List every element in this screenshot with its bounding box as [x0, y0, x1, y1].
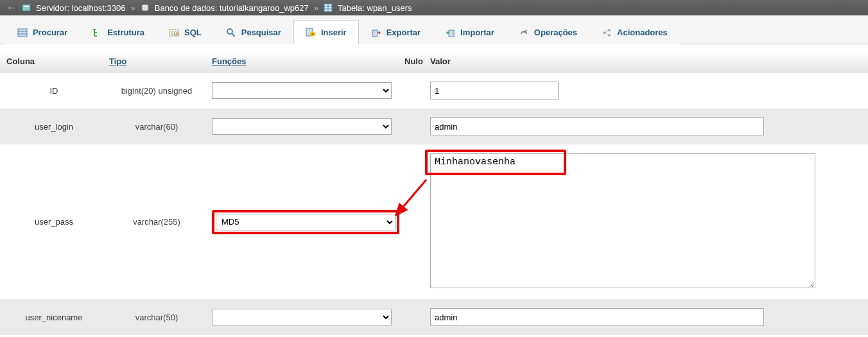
svg-rect-0 [22, 4, 30, 11]
tab-triggers[interactable]: Acionadores [589, 20, 680, 44]
header-null: Nulo [401, 55, 426, 67]
field-name: user_nicename [3, 310, 105, 325]
tab-insert[interactable]: Inserir [293, 20, 359, 44]
tab-label: Exportar [386, 28, 421, 37]
function-select-user-nicename[interactable] [212, 309, 392, 325]
tab-label: Acionadores [617, 28, 668, 37]
field-row-user-login: user_login varchar(60) [0, 108, 868, 144]
svg-point-12 [227, 29, 232, 34]
header-type[interactable]: Tipo [105, 55, 208, 67]
function-select-user-login[interactable] [212, 118, 392, 135]
breadcrumb-separator: » [131, 3, 135, 13]
tab-label: Importar [460, 28, 494, 37]
svg-rect-7 [18, 29, 27, 37]
field-name: user_pass [3, 214, 105, 229]
triggers-icon [602, 28, 612, 38]
field-type: varchar(50) [105, 310, 208, 325]
field-type: varchar(60) [105, 119, 208, 134]
breadcrumb-server[interactable]: Servidor: localhost:3306 [36, 3, 126, 13]
table-icon [324, 3, 333, 12]
database-icon [141, 3, 150, 12]
value-textarea-user-pass[interactable] [430, 153, 815, 288]
svg-line-25 [605, 33, 608, 35]
field-name: user_login [3, 119, 105, 134]
svg-rect-19 [449, 30, 454, 37]
svg-line-26 [396, 180, 426, 215]
svg-line-24 [605, 30, 608, 33]
field-name: ID [3, 83, 105, 98]
svg-point-22 [608, 29, 611, 31]
svg-line-13 [232, 33, 235, 37]
function-select-id[interactable] [212, 82, 392, 99]
svg-point-23 [608, 34, 611, 37]
tab-search[interactable]: Pesquisar [214, 20, 293, 44]
svg-rect-1 [24, 6, 29, 7]
header-column: Coluna [3, 55, 105, 67]
field-row-user-pass: user_pass varchar(255) MD5 [0, 144, 868, 299]
annotation-highlight-md5-select: MD5 [212, 210, 399, 234]
breadcrumb: ← Servidor: localhost:3306 » Banco de da… [0, 0, 868, 15]
field-type: varchar(255) [105, 214, 208, 229]
breadcrumb-table[interactable]: Tabela: wpan_users [338, 3, 412, 13]
structure-icon [92, 28, 102, 38]
svg-text:SQL: SQL [171, 31, 179, 36]
tab-browse[interactable]: Procurar [5, 20, 80, 44]
server-icon [22, 3, 31, 12]
search-icon [226, 28, 236, 38]
tab-label: Pesquisar [241, 28, 281, 37]
tab-structure[interactable]: Estrutura [80, 20, 157, 44]
function-select-user-pass[interactable]: MD5 [216, 214, 395, 230]
tab-import[interactable]: Importar [433, 20, 507, 44]
tab-label: Operações [534, 28, 577, 37]
column-headers: Coluna Tipo Funções Nulo Valor [0, 51, 868, 73]
svg-rect-18 [372, 30, 378, 37]
back-arrow-icon[interactable]: ← [5, 2, 18, 13]
value-input-id[interactable] [430, 82, 559, 99]
svg-point-21 [603, 31, 605, 34]
header-value: Valor [426, 55, 865, 67]
tab-export[interactable]: Exportar [359, 20, 433, 44]
export-icon [371, 28, 381, 38]
operations-icon [519, 28, 529, 38]
insert-form: Coluna Tipo Funções Nulo Valor ID bigint… [0, 44, 868, 335]
value-input-user-login[interactable] [430, 117, 764, 135]
tab-label: Inserir [321, 28, 347, 37]
breadcrumb-database[interactable]: Banco de dados: tutorialkangaroo_wp627 [155, 3, 309, 13]
import-icon [445, 28, 455, 38]
tab-operations[interactable]: Operações [507, 20, 589, 44]
field-type: bigint(20) unsigned [105, 83, 208, 98]
header-function[interactable]: Funções [208, 55, 401, 67]
tab-label: Estrutura [107, 28, 144, 37]
tab-label: SQL [184, 28, 202, 37]
sql-icon: SQL [169, 28, 179, 38]
value-input-user-nicename[interactable] [430, 308, 764, 326]
field-row-id: ID bigint(20) unsigned [0, 73, 868, 108]
browse-icon [17, 28, 28, 38]
tab-bar: Procurar Estrutura SQL SQL Pesquisar Ins… [0, 15, 868, 44]
breadcrumb-separator: » [314, 3, 318, 13]
field-row-user-nicename: user_nicename varchar(50) [0, 299, 868, 335]
tab-label: Procurar [33, 28, 67, 37]
tab-sql[interactable]: SQL SQL [157, 20, 214, 44]
insert-icon [306, 27, 316, 37]
